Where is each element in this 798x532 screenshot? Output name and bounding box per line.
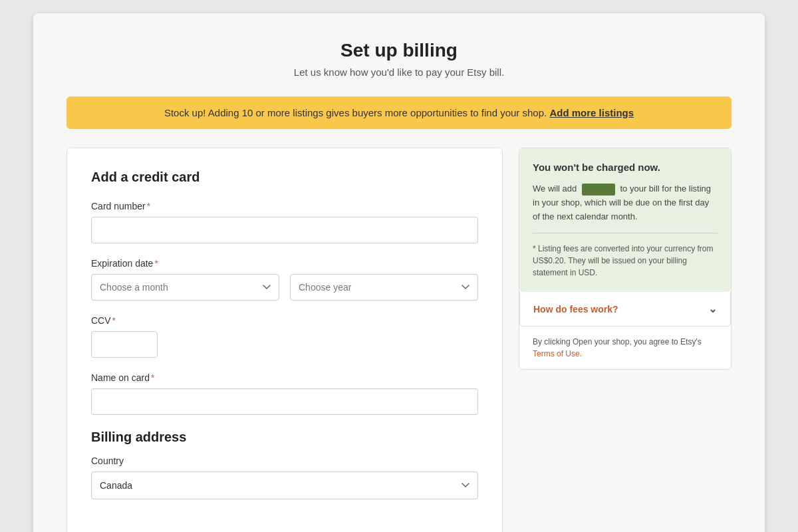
add-credit-card-title: Add a credit card (91, 170, 478, 185)
terms-link[interactable]: Terms of Use. (533, 349, 582, 358)
banner-text: Stock up! Adding 10 or more listings giv… (164, 107, 547, 118)
info-box-note: * Listing fees are converted into your c… (533, 233, 718, 279)
month-select[interactable]: Choose a month January February March Ap… (91, 274, 279, 301)
ccv-label: CCV* (91, 315, 478, 326)
fees-link-text: How do fees work? (533, 304, 618, 315)
expiration-date-group: Expiration date* Choose a month January … (91, 258, 478, 301)
sidebar: You won't be charged now. We will add to… (519, 148, 732, 370)
form-card: Add a credit card Card number* Expiratio… (66, 148, 503, 532)
info-box-title: You won't be charged now. (533, 162, 718, 173)
terms-text: By clicking Open your shop, you agree to… (519, 327, 731, 369)
info-box-body: We will add to your bill for the listing… (533, 182, 718, 223)
banner-link[interactable]: Add more listings (549, 107, 634, 118)
ccv-input[interactable] (91, 331, 158, 358)
country-group: Country Canada United States United King… (91, 456, 478, 499)
fees-accordion[interactable]: How do fees work? ⌄ (519, 292, 731, 327)
promo-banner: Stock up! Adding 10 or more listings giv… (66, 96, 732, 129)
name-on-card-label: Name on card* (91, 372, 478, 383)
info-box: You won't be charged now. We will add to… (519, 148, 731, 292)
ccv-group: CCV* (91, 315, 478, 358)
page-container: Set up billing Let us know how you'd lik… (33, 13, 765, 532)
info-sidebar-wrapper: You won't be charged now. We will add to… (519, 148, 732, 370)
name-on-card-input[interactable] (91, 388, 478, 415)
content-area: Add a credit card Card number* Expiratio… (66, 148, 732, 532)
card-number-group: Card number* (91, 201, 478, 243)
page-header: Set up billing Let us know how you'd lik… (66, 40, 732, 78)
year-select[interactable]: Choose year 2024 2025 2026 2027 2028 202… (290, 274, 478, 301)
chevron-down-icon: ⌄ (708, 303, 717, 315)
card-number-input[interactable] (91, 217, 478, 243)
redacted-amount (582, 184, 615, 196)
expiry-row: Choose a month January February March Ap… (91, 274, 478, 301)
page-subtitle: Let us know how you'd like to pay your E… (66, 66, 732, 78)
info-text-1: We will add (533, 184, 577, 194)
country-label: Country (91, 456, 478, 466)
page-title: Set up billing (66, 40, 732, 61)
country-select[interactable]: Canada United States United Kingdom Aust… (91, 471, 478, 499)
name-on-card-group: Name on card* (91, 372, 478, 415)
expiration-date-label: Expiration date* (91, 258, 478, 269)
billing-address-title: Billing address (91, 430, 478, 445)
card-number-label: Card number* (91, 201, 478, 211)
